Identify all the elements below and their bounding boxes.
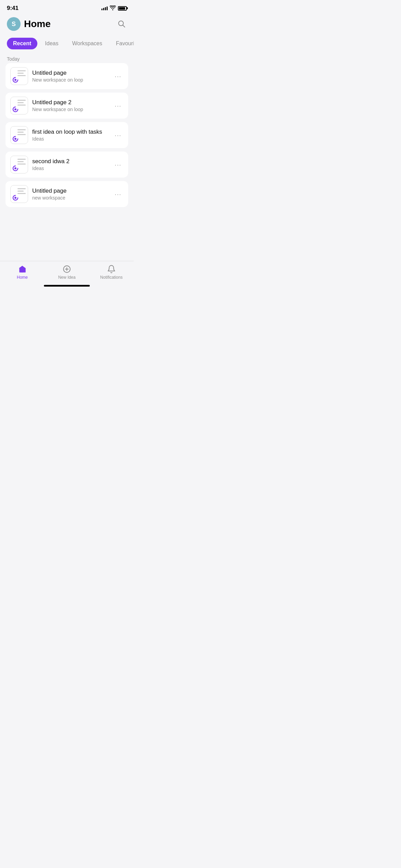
- svg-point-5: [14, 167, 16, 169]
- tabs-bar: Recent Ideas Workspaces Favourites: [0, 35, 134, 53]
- home-icon: [18, 265, 27, 274]
- tab-ideas[interactable]: Ideas: [39, 38, 64, 49]
- item-content: first idea on loop with tasks Ideas: [32, 129, 108, 142]
- avatar[interactable]: S: [7, 17, 21, 31]
- header-left: S Home: [7, 17, 51, 31]
- nav-notifications[interactable]: Notifications: [98, 265, 125, 280]
- list-item[interactable]: Untitled page New workspace on loop ···: [5, 63, 128, 89]
- list-item[interactable]: Untitled page 2 New workspace on loop ··…: [5, 93, 128, 119]
- home-indicator: [44, 285, 90, 287]
- tab-favourites[interactable]: Favourites: [110, 38, 134, 49]
- search-icon: [117, 20, 125, 28]
- more-button[interactable]: ···: [112, 130, 123, 141]
- svg-point-3: [14, 108, 16, 110]
- status-bar: 9:41: [0, 0, 134, 14]
- item-subtitle: Ideas: [32, 166, 108, 171]
- tab-workspaces[interactable]: Workspaces: [66, 38, 109, 49]
- more-button[interactable]: ···: [112, 100, 123, 111]
- item-title: Untitled page: [32, 70, 108, 76]
- tab-recent[interactable]: Recent: [7, 38, 37, 49]
- item-icon: [10, 67, 28, 85]
- battery-icon: [118, 6, 127, 11]
- item-subtitle: New workspace on loop: [32, 77, 108, 83]
- more-button[interactable]: ···: [112, 159, 123, 170]
- search-button[interactable]: [116, 18, 127, 30]
- nav-home-label: Home: [17, 275, 28, 280]
- item-icon: [10, 97, 28, 114]
- header: S Home: [0, 14, 134, 35]
- new-idea-icon: [62, 265, 71, 274]
- nav-notifications-label: Notifications: [100, 275, 122, 280]
- more-button[interactable]: ···: [112, 71, 123, 82]
- wifi-icon: [110, 5, 116, 11]
- nav-home[interactable]: Home: [9, 265, 36, 280]
- item-subtitle: Ideas: [32, 136, 108, 142]
- svg-point-2: [14, 79, 16, 81]
- item-title: Untitled page: [32, 188, 108, 194]
- list-item[interactable]: Untitled page new workspace ···: [5, 181, 128, 207]
- nav-new-idea-label: New Idea: [58, 275, 76, 280]
- item-content: second idwa 2 Ideas: [32, 158, 108, 171]
- item-icon: [10, 126, 28, 144]
- more-button[interactable]: ···: [112, 189, 123, 200]
- item-content: Untitled page New workspace on loop: [32, 70, 108, 83]
- item-title: second idwa 2: [32, 158, 108, 165]
- svg-line-1: [123, 25, 125, 27]
- item-subtitle: New workspace on loop: [32, 107, 108, 112]
- nav-new-idea[interactable]: New Idea: [53, 265, 81, 280]
- item-subtitle: new workspace: [32, 195, 108, 201]
- status-time: 9:41: [7, 5, 19, 12]
- section-today: Today: [0, 53, 134, 63]
- svg-point-4: [14, 138, 16, 140]
- item-icon: [10, 156, 28, 173]
- items-list: Untitled page New workspace on loop ···: [0, 63, 134, 207]
- bell-icon: [107, 265, 116, 274]
- status-icons: [101, 5, 127, 11]
- list-item[interactable]: first idea on loop with tasks Ideas ···: [5, 122, 128, 148]
- page-title: Home: [24, 19, 51, 29]
- item-icon: [10, 185, 28, 203]
- signal-icon: [101, 7, 108, 10]
- item-content: Untitled page new workspace: [32, 188, 108, 201]
- item-content: Untitled page 2 New workspace on loop: [32, 99, 108, 112]
- item-title: first idea on loop with tasks: [32, 129, 108, 135]
- list-item[interactable]: second idwa 2 Ideas ···: [5, 152, 128, 178]
- svg-point-6: [14, 197, 16, 199]
- item-title: Untitled page 2: [32, 99, 108, 106]
